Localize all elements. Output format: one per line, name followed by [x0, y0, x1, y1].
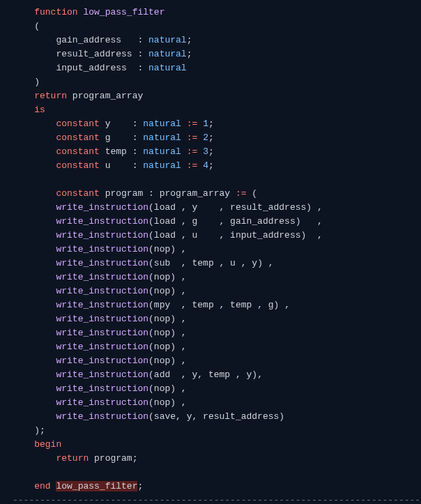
- paren-close: ): [34, 77, 40, 87]
- type-program-array: program_array: [160, 188, 230, 199]
- arg-temp: temp: [208, 369, 230, 380]
- arg-nop: nop: [154, 328, 170, 338]
- num-2: 2: [203, 132, 208, 143]
- kw-constant: constant: [56, 132, 99, 143]
- arg-ra: result_address: [230, 202, 306, 213]
- fn-write-instruction: write_instruction: [56, 342, 148, 352]
- arg-ra: result_address: [203, 411, 279, 422]
- fn-write-instruction: write_instruction: [56, 314, 148, 324]
- kw-begin: begin: [34, 439, 61, 450]
- fn-write-instruction: write_instruction: [56, 383, 148, 394]
- kw-constant: constant: [56, 119, 99, 129]
- fn-write-instruction: write_instruction: [56, 258, 148, 268]
- op-assign: :=: [236, 188, 247, 199]
- arg-nop: nop: [154, 356, 170, 366]
- const-temp: temp: [105, 146, 127, 157]
- kw-is: is: [34, 105, 45, 115]
- op-assign: :=: [187, 119, 198, 129]
- arg-load: load: [154, 216, 176, 227]
- return-type: program_array: [72, 91, 143, 101]
- fn-write-instruction: write_instruction: [56, 411, 148, 422]
- kw-return: return: [56, 453, 89, 464]
- arg-ia: input_address: [230, 230, 300, 240]
- type-natural: natural: [143, 119, 181, 129]
- arg-add: add: [154, 369, 170, 380]
- kw-constant: constant: [56, 160, 99, 171]
- arg-g: g: [268, 300, 274, 310]
- kw-return: return: [34, 91, 67, 101]
- num-1: 1: [203, 119, 208, 129]
- arg-nop: nop: [154, 342, 170, 352]
- fn-write-instruction: write_instruction: [56, 300, 148, 310]
- type-natural: natural: [148, 63, 187, 73]
- param-gain: gain_address: [56, 35, 121, 45]
- separator-line: ----------------------------------------…: [0, 494, 421, 504]
- type-natural: natural: [143, 132, 181, 143]
- fn-write-instruction: write_instruction: [56, 397, 148, 408]
- paren-open: (: [34, 21, 40, 31]
- op-assign: :=: [187, 132, 198, 143]
- arg-nop: nop: [154, 272, 170, 282]
- arg-save: save: [154, 411, 176, 422]
- fn-write-instruction: write_instruction: [56, 216, 148, 227]
- fn-write-instruction: write_instruction: [56, 244, 148, 254]
- arg-u: u: [230, 258, 236, 268]
- arg-nop: nop: [154, 383, 170, 394]
- num-3: 3: [203, 146, 208, 157]
- function-name: low_pass_filter: [83, 7, 164, 17]
- op-assign: :=: [187, 160, 198, 171]
- arg-temp: temp: [192, 300, 213, 310]
- arg-nop: nop: [154, 244, 170, 254]
- fn-write-instruction: write_instruction: [56, 286, 148, 296]
- arg-mpy: mpy: [154, 300, 170, 310]
- kw-constant: constant: [56, 146, 99, 157]
- num-4: 4: [203, 160, 208, 171]
- fn-write-instruction: write_instruction: [56, 369, 148, 380]
- kw-function: function: [34, 7, 77, 17]
- param-input: input_address: [56, 63, 126, 73]
- arg-ga: gain_address: [230, 216, 296, 227]
- close-paren: );: [34, 425, 45, 436]
- fn-write-instruction: write_instruction: [56, 272, 148, 282]
- kw-constant: constant: [56, 188, 99, 199]
- fn-write-instruction: write_instruction: [56, 202, 148, 213]
- arg-load: load: [154, 230, 176, 240]
- fn-write-instruction: write_instruction: [56, 230, 148, 240]
- arg-temp: temp: [192, 258, 213, 268]
- code-block: function low_pass_filter ( gain_address …: [0, 6, 421, 494]
- arg-sub: sub: [154, 258, 170, 268]
- type-natural: natural: [148, 35, 187, 45]
- arg-y: y: [252, 258, 257, 268]
- fn-write-instruction: write_instruction: [56, 356, 148, 366]
- param-result: result_address: [56, 49, 132, 59]
- kw-end: end: [34, 481, 50, 491]
- fn-write-instruction: write_instruction: [56, 328, 148, 338]
- arg-nop: nop: [154, 286, 170, 296]
- const-program: program: [105, 188, 144, 199]
- arg-load: load: [154, 202, 176, 213]
- arg-nop: nop: [154, 397, 170, 408]
- type-natural: natural: [143, 146, 181, 157]
- arg-y: y: [187, 411, 192, 422]
- type-natural: natural: [143, 160, 181, 171]
- arg-nop: nop: [154, 314, 170, 324]
- end-name-highlight: low_pass_filter: [56, 481, 137, 491]
- return-value: program: [94, 453, 132, 464]
- type-natural: natural: [148, 49, 187, 59]
- op-assign: :=: [187, 146, 198, 157]
- arg-temp: temp: [230, 300, 252, 310]
